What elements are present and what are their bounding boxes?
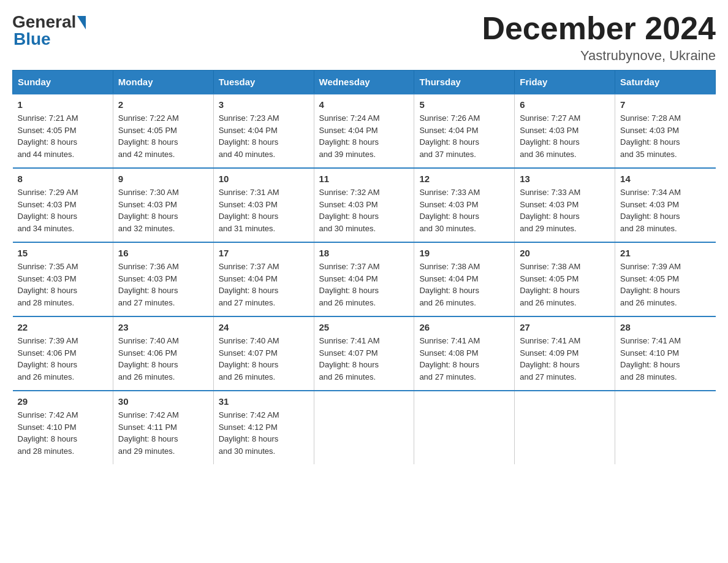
day-info: Sunrise: 7:39 AMSunset: 4:05 PMDaylight:… bbox=[620, 261, 710, 308]
day-number: 6 bbox=[520, 99, 610, 110]
day-info: Sunrise: 7:26 AMSunset: 4:04 PMDaylight:… bbox=[419, 112, 509, 160]
calendar-week-row: 1 Sunrise: 7:21 AMSunset: 4:05 PMDayligh… bbox=[13, 94, 716, 168]
day-info: Sunrise: 7:42 AMSunset: 4:10 PMDaylight:… bbox=[18, 409, 108, 457]
day-info: Sunrise: 7:37 AMSunset: 4:04 PMDaylight:… bbox=[219, 261, 309, 308]
day-number: 12 bbox=[419, 174, 509, 184]
table-row: 22 Sunrise: 7:39 AMSunset: 4:06 PMDaylig… bbox=[13, 316, 113, 391]
day-info: Sunrise: 7:24 AMSunset: 4:04 PMDaylight:… bbox=[319, 112, 409, 160]
col-thursday: Thursday bbox=[414, 71, 515, 94]
day-number: 17 bbox=[219, 248, 309, 258]
col-sunday: Sunday bbox=[13, 71, 113, 94]
location: Yastrubynove, Ukraine bbox=[482, 48, 716, 64]
day-info: Sunrise: 7:34 AMSunset: 4:03 PMDaylight:… bbox=[620, 186, 710, 234]
day-info: Sunrise: 7:23 AMSunset: 4:04 PMDaylight:… bbox=[219, 112, 309, 160]
day-number: 20 bbox=[520, 248, 610, 258]
day-info: Sunrise: 7:41 AMSunset: 4:07 PMDaylight:… bbox=[319, 335, 409, 383]
day-number: 15 bbox=[18, 248, 108, 258]
day-number: 21 bbox=[620, 248, 710, 258]
page-header: General Blue December 2024 Yastrubynove,… bbox=[12, 12, 716, 64]
table-row: 2 Sunrise: 7:22 AMSunset: 4:05 PMDayligh… bbox=[113, 94, 213, 168]
day-info: Sunrise: 7:39 AMSunset: 4:06 PMDaylight:… bbox=[18, 335, 108, 383]
table-row: 31 Sunrise: 7:42 AMSunset: 4:12 PMDaylig… bbox=[213, 391, 314, 464]
day-number: 16 bbox=[118, 248, 208, 258]
day-info: Sunrise: 7:37 AMSunset: 4:04 PMDaylight:… bbox=[319, 261, 409, 308]
logo: General Blue bbox=[12, 12, 86, 49]
table-row: 16 Sunrise: 7:36 AMSunset: 4:03 PMDaylig… bbox=[113, 242, 213, 316]
day-info: Sunrise: 7:28 AMSunset: 4:03 PMDaylight:… bbox=[620, 112, 710, 160]
calendar-week-row: 22 Sunrise: 7:39 AMSunset: 4:06 PMDaylig… bbox=[13, 316, 716, 391]
day-info: Sunrise: 7:21 AMSunset: 4:05 PMDaylight:… bbox=[18, 112, 108, 160]
table-row bbox=[314, 391, 414, 464]
table-row: 19 Sunrise: 7:38 AMSunset: 4:04 PMDaylig… bbox=[414, 242, 515, 316]
table-row: 12 Sunrise: 7:33 AMSunset: 4:03 PMDaylig… bbox=[414, 168, 515, 242]
table-row bbox=[515, 391, 615, 464]
table-row: 1 Sunrise: 7:21 AMSunset: 4:05 PMDayligh… bbox=[13, 94, 113, 168]
day-info: Sunrise: 7:33 AMSunset: 4:03 PMDaylight:… bbox=[419, 186, 509, 234]
day-info: Sunrise: 7:41 AMSunset: 4:10 PMDaylight:… bbox=[620, 335, 710, 383]
day-info: Sunrise: 7:41 AMSunset: 4:09 PMDaylight:… bbox=[520, 335, 610, 383]
day-number: 25 bbox=[319, 322, 409, 332]
month-title: December 2024 bbox=[482, 12, 716, 44]
table-row: 6 Sunrise: 7:27 AMSunset: 4:03 PMDayligh… bbox=[515, 94, 615, 168]
day-info: Sunrise: 7:41 AMSunset: 4:08 PMDaylight:… bbox=[419, 335, 509, 383]
day-number: 9 bbox=[118, 174, 208, 184]
table-row bbox=[615, 391, 716, 464]
col-saturday: Saturday bbox=[615, 71, 716, 94]
table-row: 4 Sunrise: 7:24 AMSunset: 4:04 PMDayligh… bbox=[314, 94, 414, 168]
logo-arrow-icon bbox=[77, 16, 86, 29]
calendar-week-row: 15 Sunrise: 7:35 AMSunset: 4:03 PMDaylig… bbox=[13, 242, 716, 316]
table-row: 3 Sunrise: 7:23 AMSunset: 4:04 PMDayligh… bbox=[213, 94, 314, 168]
table-row: 15 Sunrise: 7:35 AMSunset: 4:03 PMDaylig… bbox=[13, 242, 113, 316]
day-number: 31 bbox=[219, 396, 309, 407]
day-number: 14 bbox=[620, 174, 710, 184]
table-row: 14 Sunrise: 7:34 AMSunset: 4:03 PMDaylig… bbox=[615, 168, 716, 242]
day-number: 3 bbox=[219, 99, 309, 110]
day-info: Sunrise: 7:38 AMSunset: 4:05 PMDaylight:… bbox=[520, 261, 610, 308]
day-number: 10 bbox=[219, 174, 309, 184]
calendar-table: Sunday Monday Tuesday Wednesday Thursday… bbox=[12, 70, 716, 464]
day-info: Sunrise: 7:42 AMSunset: 4:11 PMDaylight:… bbox=[118, 409, 208, 457]
calendar-week-row: 29 Sunrise: 7:42 AMSunset: 4:10 PMDaylig… bbox=[13, 391, 716, 464]
day-info: Sunrise: 7:42 AMSunset: 4:12 PMDaylight:… bbox=[219, 409, 309, 457]
day-info: Sunrise: 7:38 AMSunset: 4:04 PMDaylight:… bbox=[419, 261, 509, 308]
day-number: 19 bbox=[419, 248, 509, 258]
table-row: 10 Sunrise: 7:31 AMSunset: 4:03 PMDaylig… bbox=[213, 168, 314, 242]
day-info: Sunrise: 7:29 AMSunset: 4:03 PMDaylight:… bbox=[18, 186, 108, 234]
col-wednesday: Wednesday bbox=[314, 71, 414, 94]
day-number: 4 bbox=[319, 99, 409, 110]
table-row: 28 Sunrise: 7:41 AMSunset: 4:10 PMDaylig… bbox=[615, 316, 716, 391]
day-number: 24 bbox=[219, 322, 309, 332]
day-info: Sunrise: 7:40 AMSunset: 4:07 PMDaylight:… bbox=[219, 335, 309, 383]
table-row: 23 Sunrise: 7:40 AMSunset: 4:06 PMDaylig… bbox=[113, 316, 213, 391]
col-tuesday: Tuesday bbox=[213, 71, 314, 94]
day-number: 13 bbox=[520, 174, 610, 184]
day-info: Sunrise: 7:27 AMSunset: 4:03 PMDaylight:… bbox=[520, 112, 610, 160]
day-number: 2 bbox=[118, 99, 208, 110]
col-monday: Monday bbox=[113, 71, 213, 94]
day-number: 18 bbox=[319, 248, 409, 258]
title-block: December 2024 Yastrubynove, Ukraine bbox=[482, 12, 716, 64]
day-info: Sunrise: 7:35 AMSunset: 4:03 PMDaylight:… bbox=[18, 261, 108, 308]
table-row: 27 Sunrise: 7:41 AMSunset: 4:09 PMDaylig… bbox=[515, 316, 615, 391]
day-number: 26 bbox=[419, 322, 509, 332]
table-row: 25 Sunrise: 7:41 AMSunset: 4:07 PMDaylig… bbox=[314, 316, 414, 391]
table-row: 24 Sunrise: 7:40 AMSunset: 4:07 PMDaylig… bbox=[213, 316, 314, 391]
day-info: Sunrise: 7:31 AMSunset: 4:03 PMDaylight:… bbox=[219, 186, 309, 234]
logo-blue: Blue bbox=[13, 29, 51, 49]
table-row: 13 Sunrise: 7:33 AMSunset: 4:03 PMDaylig… bbox=[515, 168, 615, 242]
day-info: Sunrise: 7:36 AMSunset: 4:03 PMDaylight:… bbox=[118, 261, 208, 308]
table-row: 11 Sunrise: 7:32 AMSunset: 4:03 PMDaylig… bbox=[314, 168, 414, 242]
day-info: Sunrise: 7:22 AMSunset: 4:05 PMDaylight:… bbox=[118, 112, 208, 160]
day-number: 22 bbox=[18, 322, 108, 332]
table-row bbox=[414, 391, 515, 464]
table-row: 26 Sunrise: 7:41 AMSunset: 4:08 PMDaylig… bbox=[414, 316, 515, 391]
day-number: 27 bbox=[520, 322, 610, 332]
day-number: 5 bbox=[419, 99, 509, 110]
day-number: 28 bbox=[620, 322, 710, 332]
day-number: 1 bbox=[18, 99, 108, 110]
table-row: 30 Sunrise: 7:42 AMSunset: 4:11 PMDaylig… bbox=[113, 391, 213, 464]
day-info: Sunrise: 7:40 AMSunset: 4:06 PMDaylight:… bbox=[118, 335, 208, 383]
day-number: 7 bbox=[620, 99, 710, 110]
day-number: 23 bbox=[118, 322, 208, 332]
day-number: 30 bbox=[118, 396, 208, 407]
